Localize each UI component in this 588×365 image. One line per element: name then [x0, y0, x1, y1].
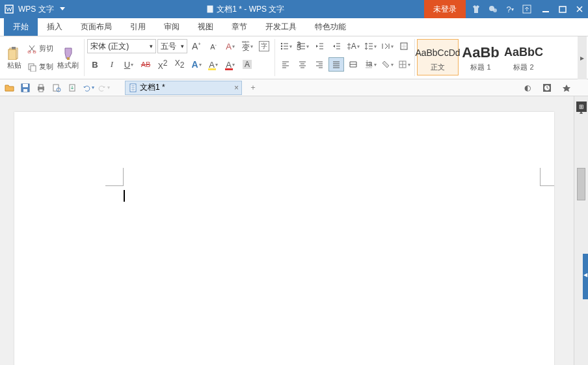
tab-references[interactable]: 引用 [121, 18, 155, 36]
char-shading-button[interactable]: A [239, 57, 255, 72]
align-center-button[interactable] [295, 57, 310, 72]
superscript-button[interactable]: X2 [155, 57, 170, 72]
text-cursor [124, 190, 125, 202]
svg-rect-1 [207, 5, 213, 13]
night-mode-icon[interactable]: ◐ [520, 81, 535, 94]
align-justify-button[interactable] [328, 57, 344, 72]
ruler-toggle-icon[interactable]: ⊞ [576, 101, 587, 112]
borders-button[interactable] [396, 39, 412, 53]
upload-icon[interactable] [522, 4, 532, 14]
side-panel-handle[interactable] [583, 254, 588, 299]
style-normal[interactable]: AaBbCcDd 正文 [417, 39, 459, 75]
tab-view[interactable]: 视图 [189, 18, 222, 36]
char-border-button[interactable]: 字 [256, 39, 272, 53]
style-heading1[interactable]: AaBb 标题 1 [460, 39, 501, 75]
close-button[interactable] [571, 0, 588, 18]
print-button[interactable] [34, 81, 48, 94]
document-tab[interactable]: 文档1 * × [125, 81, 242, 95]
clipboard-group: 粘贴 剪切 复制 格式刷 [0, 36, 84, 79]
tab-button[interactable]: ▾ [379, 39, 395, 53]
open-button[interactable] [3, 81, 17, 94]
help-icon[interactable]: ?▾ [505, 4, 515, 14]
underline-button[interactable]: U▾ [121, 57, 137, 72]
vertical-scrollbar[interactable]: ▴ [574, 96, 588, 365]
bullets-button[interactable]: ▾ [278, 39, 293, 53]
tab-insert[interactable]: 插入 [38, 18, 72, 36]
svg-rect-74 [39, 85, 43, 87]
align-right-button[interactable] [312, 57, 327, 72]
login-status[interactable]: 未登录 [424, 0, 466, 18]
document-icon [129, 83, 137, 92]
align-left-button[interactable] [278, 57, 293, 72]
increase-font-button[interactable]: A+ [189, 39, 204, 53]
svg-point-18 [280, 46, 282, 47]
svg-rect-14 [31, 66, 36, 72]
align-distribute-button[interactable] [345, 57, 361, 72]
decrease-font-button[interactable]: A- [206, 39, 221, 53]
font-group: 宋体 (正文)▾ 五号▾ A+ A- A▾ 变wen▾ 字 B I U▾ AB … [85, 36, 274, 79]
format-painter-button[interactable]: 格式刷 [55, 44, 81, 72]
redo-button[interactable]: ▾ [96, 81, 111, 94]
skin-icon[interactable] [471, 4, 481, 14]
scroll-track[interactable] [577, 116, 585, 352]
maximize-button[interactable] [554, 0, 571, 18]
svg-rect-75 [39, 89, 43, 92]
phonetic-button[interactable]: 变wen▾ [239, 39, 255, 53]
shading-button[interactable]: ▾ [379, 57, 395, 72]
tab-chapter[interactable]: 章节 [222, 18, 256, 36]
strikethrough-button[interactable]: AB [138, 57, 154, 72]
favorite-icon[interactable] [559, 81, 574, 94]
copy-button[interactable]: 复制 [27, 59, 53, 75]
tab-special[interactable]: 特色功能 [306, 18, 355, 36]
feedback-icon[interactable] [488, 4, 498, 14]
line-spacing-button[interactable]: ▾ [362, 39, 378, 53]
quick-access-bar: ▾ ▾ 文档1 * × ＋ ◐ [0, 79, 588, 96]
title-tool-icons: ?▾ [466, 4, 537, 14]
style-heading2[interactable]: AaBbC 标题 2 [503, 39, 544, 75]
cut-button[interactable]: 剪切 [27, 40, 53, 57]
paste-button[interactable]: 粘贴 [3, 44, 26, 72]
scroll-thumb[interactable] [577, 168, 585, 200]
clear-format-button[interactable]: A▾ [222, 39, 238, 53]
tab-page-layout[interactable]: 页面布局 [72, 18, 121, 36]
table-borders-button[interactable]: ▾ [396, 57, 412, 72]
undo-button[interactable]: ▾ [81, 81, 95, 94]
snap-to-grid-button[interactable]: ia▾ [362, 57, 378, 72]
svg-rect-71 [23, 84, 28, 87]
decrease-indent-button[interactable] [312, 39, 327, 53]
clock-icon[interactable] [540, 81, 554, 94]
font-family-combo[interactable]: 宋体 (正文)▾ [87, 39, 156, 53]
close-tab-icon[interactable]: × [234, 83, 239, 92]
svg-rect-10 [8, 49, 16, 60]
ribbon-collapse-icon[interactable]: ▸ [578, 36, 587, 79]
print-preview-button[interactable] [49, 81, 64, 94]
styles-group: AaBbCcDd 正文 AaBb 标题 1 AaBbC 标题 2 [415, 36, 546, 79]
svg-point-16 [280, 43, 282, 44]
subscript-button[interactable]: X2 [172, 57, 187, 72]
save-button[interactable] [18, 81, 33, 94]
minimize-button[interactable] [537, 0, 554, 18]
numbering-button[interactable]: 123▾ [295, 39, 310, 53]
svg-text:ia: ia [366, 60, 373, 68]
increase-indent-button[interactable] [328, 39, 344, 53]
title-bar: WPS 文字 文档1 * - WPS 文字 未登录 ?▾ [0, 0, 588, 18]
tab-start[interactable]: 开始 [4, 18, 38, 36]
tab-review[interactable]: 审阅 [155, 18, 189, 36]
document-page[interactable] [14, 112, 554, 365]
app-name: WPS 文字 [18, 4, 58, 15]
tab-developer[interactable]: 开发工具 [256, 18, 306, 36]
svg-rect-72 [23, 89, 27, 92]
app-menu-dropdown[interactable] [58, 5, 67, 14]
text-direction-button[interactable]: ‡A▾ [345, 39, 361, 53]
bold-button[interactable]: B [87, 57, 103, 72]
italic-button[interactable]: I [104, 57, 120, 72]
workspace [0, 96, 574, 365]
highlight-button[interactable]: A▾ [206, 57, 221, 72]
ribbon: 粘贴 剪切 复制 格式刷 宋体 (正文)▾ 五号▾ A+ A- A▾ 变wen▾ [0, 36, 588, 79]
export-button[interactable] [65, 81, 79, 94]
font-size-combo[interactable]: 五号▾ [157, 39, 187, 53]
font-color-button[interactable]: A▾ [222, 57, 238, 72]
text-effects-button[interactable]: A▾ [189, 57, 204, 72]
new-tab-button[interactable]: ＋ [246, 81, 260, 95]
svg-text:3: 3 [297, 43, 301, 51]
